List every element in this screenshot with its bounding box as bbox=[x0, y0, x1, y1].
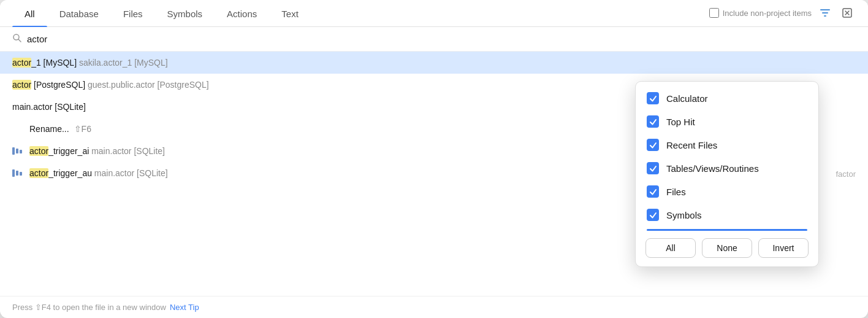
checked-icon bbox=[647, 209, 659, 221]
rename-label: Rename... bbox=[29, 124, 69, 134]
svg-rect-5 bbox=[20, 150, 22, 153]
result-text: actor_1 [MySQL] sakila.actor_1 [MySQL] bbox=[12, 58, 168, 68]
shrink-button[interactable] bbox=[839, 4, 856, 21]
table-row[interactable]: actor_1 [MySQL] sakila.actor_1 [MySQL] bbox=[0, 52, 868, 74]
dropdown-item-recent-files[interactable]: Recent Files bbox=[636, 133, 818, 157]
tab-bar: All Database Files Symbols Actions Text … bbox=[0, 0, 868, 27]
search-row bbox=[0, 27, 868, 52]
include-label: Include non-project items bbox=[723, 9, 812, 18]
invert-button[interactable]: Invert bbox=[758, 238, 809, 258]
svg-rect-3 bbox=[12, 147, 15, 155]
checked-icon bbox=[647, 185, 659, 198]
result-sub: guest.public.actor [PostgreSQL] bbox=[88, 80, 209, 90]
highlight-text: actor bbox=[29, 168, 48, 178]
dropdown-panel: Calculator Top Hit Recent Files Tables/V… bbox=[635, 81, 819, 267]
dropdown-item-label: Calculator bbox=[666, 93, 708, 104]
rename-shortcut: ⇧F6 bbox=[74, 124, 91, 134]
result-sub: sakila.actor_1 [MySQL] bbox=[79, 58, 168, 68]
search-icon bbox=[12, 33, 22, 45]
include-non-project: Include non-project items bbox=[709, 8, 812, 18]
result-text: main.actor [SQLite] bbox=[12, 102, 86, 112]
all-button[interactable]: All bbox=[645, 238, 696, 258]
svg-rect-8 bbox=[20, 172, 22, 176]
result-sub: main.actor [SQLite] bbox=[94, 168, 168, 178]
dropdown-item-label: Files bbox=[666, 187, 686, 197]
result-main: _trigger_ai bbox=[48, 146, 89, 156]
svg-line-2 bbox=[18, 39, 21, 42]
svg-rect-7 bbox=[16, 171, 18, 176]
dropdown-item-label: Symbols bbox=[666, 210, 702, 220]
checked-icon bbox=[647, 115, 659, 128]
tab-files[interactable]: Files bbox=[111, 0, 155, 26]
result-main: [PostgreSQL] bbox=[31, 80, 85, 90]
result-text: actor_trigger_ai main.actor [SQLite] bbox=[29, 146, 165, 156]
result-main: _1 [MySQL] bbox=[31, 58, 77, 68]
result-sub: main.actor [SQLite] bbox=[91, 146, 165, 156]
highlight-text: actor bbox=[12, 58, 31, 68]
result-text: actor_trigger_au main.actor [SQLite] bbox=[29, 168, 168, 178]
dropdown-item-label: Tables/Views/Routines bbox=[666, 163, 759, 174]
tab-database[interactable]: Database bbox=[47, 0, 111, 26]
tab-all[interactable]: All bbox=[12, 0, 47, 26]
result-main: _trigger_au bbox=[48, 168, 92, 178]
highlight-text: actor bbox=[29, 146, 48, 156]
main-window: All Database Files Symbols Actions Text … bbox=[0, 0, 868, 318]
dropdown-item-files[interactable]: Files bbox=[636, 180, 818, 203]
result-text: actor [PostgreSQL] guest.public.actor [P… bbox=[12, 80, 209, 90]
checked-icon bbox=[647, 92, 659, 104]
checked-icon bbox=[647, 162, 659, 174]
include-checkbox[interactable] bbox=[709, 8, 719, 18]
search-input[interactable] bbox=[27, 34, 856, 44]
svg-rect-4 bbox=[16, 149, 18, 153]
dropdown-divider bbox=[647, 229, 807, 231]
trigger-icon bbox=[12, 168, 25, 178]
dropdown-item-tables-views[interactable]: Tables/Views/Routines bbox=[636, 157, 818, 180]
shrink-icon bbox=[842, 8, 852, 18]
tip-text: Press ⇧F4 to open the file in a new wind… bbox=[12, 303, 166, 312]
dropdown-item-top-hit[interactable]: Top Hit bbox=[636, 110, 818, 133]
dropdown-buttons: All None Invert bbox=[636, 233, 818, 262]
tab-text[interactable]: Text bbox=[269, 0, 311, 26]
filter-icon bbox=[820, 7, 831, 18]
tab-right-controls: Include non-project items bbox=[709, 4, 856, 26]
checked-icon bbox=[647, 139, 659, 151]
dropdown-item-label: Recent Files bbox=[666, 140, 717, 150]
tab-symbols[interactable]: Symbols bbox=[155, 0, 215, 26]
none-button[interactable]: None bbox=[702, 238, 752, 258]
results-list: actor_1 [MySQL] sakila.actor_1 [MySQL] a… bbox=[0, 52, 868, 296]
right-hint: factor bbox=[836, 169, 856, 179]
bottom-tip-bar: Press ⇧F4 to open the file in a new wind… bbox=[0, 296, 868, 318]
tab-actions[interactable]: Actions bbox=[215, 0, 269, 26]
dropdown-item-label: Top Hit bbox=[666, 117, 695, 127]
trigger-icon bbox=[12, 146, 25, 156]
svg-rect-6 bbox=[12, 169, 15, 177]
dropdown-item-symbols[interactable]: Symbols bbox=[636, 203, 818, 227]
next-tip-link[interactable]: Next Tip bbox=[170, 303, 199, 312]
highlight-text: actor bbox=[12, 80, 31, 90]
filter-button[interactable] bbox=[817, 4, 834, 21]
dropdown-item-calculator[interactable]: Calculator bbox=[636, 87, 818, 110]
